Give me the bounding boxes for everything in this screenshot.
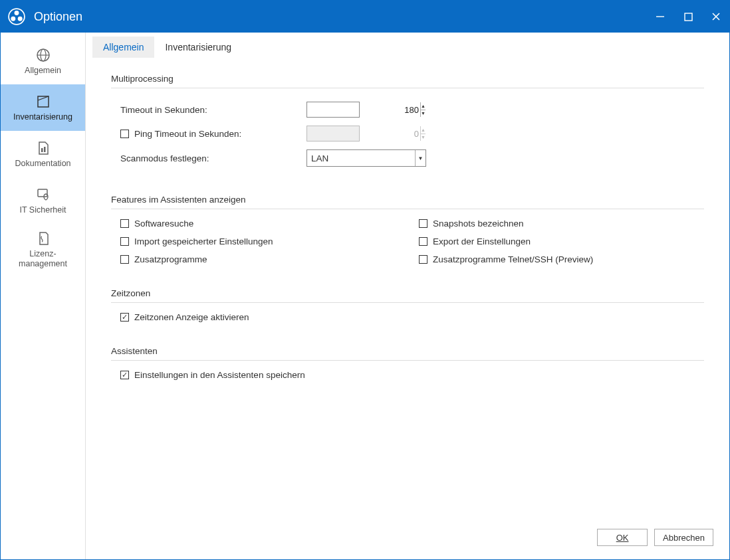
footer: OK Abbrechen — [92, 522, 723, 553]
ping-spinner: ▲ ▼ — [306, 126, 360, 141]
ping-label: Ping Timeout in Sekunden: — [134, 129, 241, 139]
checkbox-softwaresuche[interactable] — [120, 219, 129, 228]
svg-point-3 — [18, 17, 23, 21]
svg-point-1 — [15, 11, 19, 15]
titlebar: Optionen — [1, 1, 729, 33]
section-title: Assistenten — [111, 346, 704, 361]
feature-label: Zusatzprogramme — [134, 254, 207, 264]
tab-inventarisierung[interactable]: Inventarisierung — [154, 37, 242, 58]
zeitzonen-label: Zeitzonen Anzeige aktivieren — [134, 312, 249, 322]
section-title: Multiprocessing — [111, 74, 704, 88]
timeout-input[interactable] — [307, 102, 420, 117]
checkbox-assistenten[interactable] — [120, 371, 129, 379]
sidebar: Allgemein Inventarisierung Dokumentation… — [1, 33, 86, 559]
sidebar-item-label: Allgemein — [25, 66, 61, 76]
globe-icon — [35, 47, 51, 63]
svg-rect-14 — [38, 189, 47, 197]
timeout-label: Timeout in Sekunden: — [120, 105, 306, 115]
ping-input — [307, 126, 420, 141]
svg-point-2 — [11, 17, 15, 21]
inventory-icon — [35, 94, 51, 110]
sidebar-item-dokumentation[interactable]: Dokumentation — [1, 131, 85, 177]
scanmode-select[interactable]: LAN ▼ — [306, 149, 426, 167]
tab-allgemein[interactable]: Allgemein — [92, 37, 154, 58]
spinner-up-icon[interactable]: ▲ — [421, 102, 426, 110]
tabs: Allgemein Inventarisierung — [92, 37, 723, 58]
svg-rect-5 — [685, 13, 692, 21]
chevron-down-icon[interactable]: ▼ — [415, 150, 426, 166]
security-icon — [35, 187, 51, 203]
minimize-button[interactable] — [654, 10, 667, 23]
timeout-spinner[interactable]: ▲ ▼ — [306, 102, 360, 118]
document-icon — [35, 140, 51, 156]
assistenten-label: Einstellungen in den Assistenten speiche… — [134, 370, 305, 380]
app-icon — [7, 7, 26, 26]
sidebar-item-lizenz[interactable]: Lizenz- management — [1, 224, 85, 276]
feature-label: Snapshots bezeichnen — [433, 219, 524, 229]
feature-label: Import gespeicherter Einstellungen — [134, 236, 273, 246]
scanmode-value: LAN — [307, 153, 415, 163]
svg-rect-12 — [41, 148, 43, 152]
section-title: Features im Assistenten anzeigen — [111, 195, 704, 209]
ok-button[interactable]: OK — [597, 529, 648, 546]
checkbox-zeitzonen[interactable] — [120, 313, 129, 322]
feature-label: Zusatzprogramme Telnet/SSH (Preview) — [433, 254, 593, 264]
scanmode-label: Scanmodus festlegen: — [120, 153, 306, 163]
close-button[interactable] — [709, 10, 723, 23]
sidebar-item-label: Lizenz- management — [19, 249, 67, 269]
spinner-down-icon[interactable]: ▼ — [421, 110, 426, 118]
svg-rect-13 — [44, 147, 46, 152]
content-area: Multiprocessing Timeout in Sekunden: ▲ ▼ — [92, 58, 723, 522]
license-icon — [35, 231, 51, 246]
feature-label: Export der Einstellungen — [433, 236, 531, 246]
sidebar-item-label: Dokumentation — [15, 159, 70, 169]
checkbox-zusatz[interactable] — [120, 255, 129, 264]
section-title: Zeitzonen — [111, 288, 704, 303]
window-controls — [654, 10, 723, 23]
spinner-up-icon: ▲ — [421, 126, 426, 134]
checkbox-snapshots[interactable] — [419, 219, 427, 228]
checkbox-zusatz-telnet[interactable] — [419, 255, 427, 264]
checkbox-import[interactable] — [120, 237, 129, 246]
section-features: Features im Assistenten anzeigen Softwar… — [111, 195, 704, 264]
ping-checkbox[interactable] — [120, 130, 129, 138]
window-title: Optionen — [34, 10, 654, 24]
section-multiprocessing: Multiprocessing Timeout in Sekunden: ▲ ▼ — [111, 74, 704, 171]
feature-label: Softwaresuche — [134, 219, 193, 229]
section-zeitzonen: Zeitzonen Zeitzonen Anzeige aktivieren — [111, 288, 704, 322]
checkbox-export[interactable] — [419, 237, 427, 246]
section-assistenten: Assistenten Einstellungen in den Assiste… — [111, 346, 704, 380]
spinner-down-icon: ▼ — [421, 134, 426, 141]
sidebar-item-itsicherheit[interactable]: IT Sicherheit — [1, 177, 85, 224]
maximize-button[interactable] — [681, 10, 695, 23]
cancel-button[interactable]: Abbrechen — [654, 529, 713, 546]
sidebar-item-inventarisierung[interactable]: Inventarisierung — [1, 84, 85, 131]
sidebar-item-allgemein[interactable]: Allgemein — [1, 38, 85, 84]
sidebar-item-label: Inventarisierung — [13, 112, 72, 122]
sidebar-item-label: IT Sicherheit — [20, 205, 66, 215]
